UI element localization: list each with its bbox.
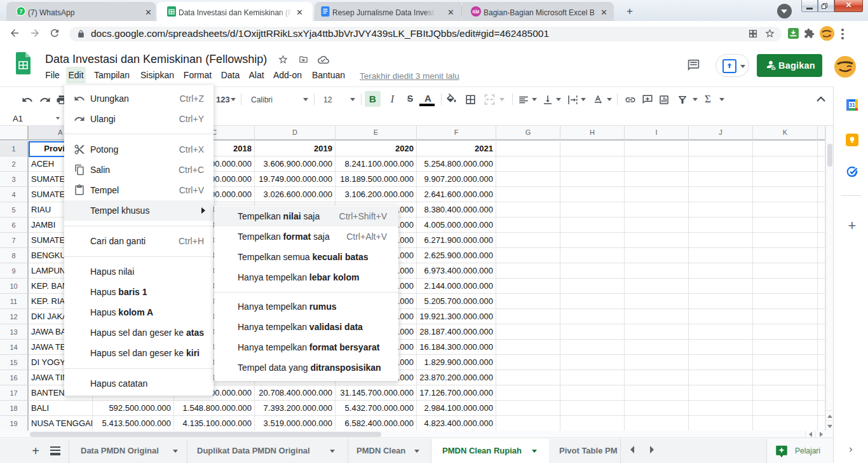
svg-text:KM: KM — [473, 10, 480, 14]
svg-text:7: 7 — [19, 8, 22, 15]
svg-text:31: 31 — [849, 102, 855, 108]
